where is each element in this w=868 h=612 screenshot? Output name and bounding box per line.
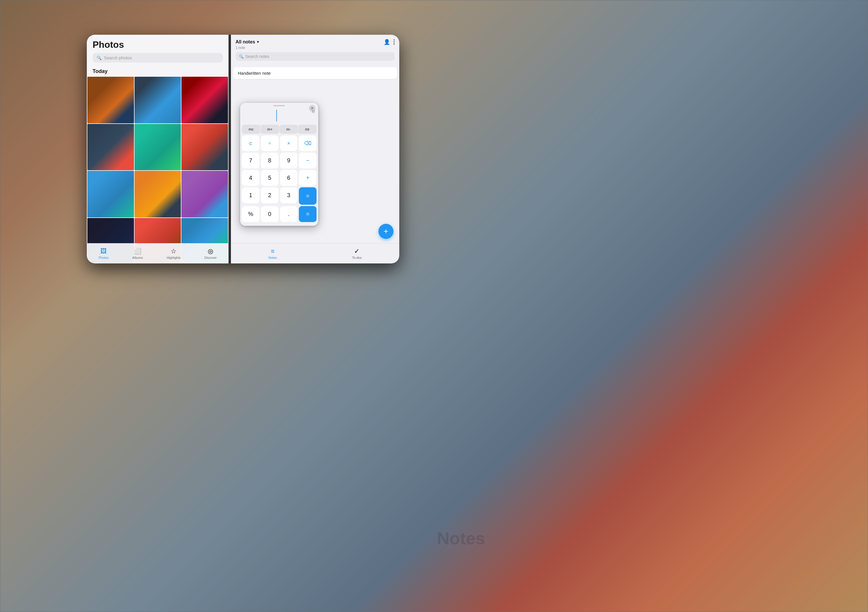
minus-button[interactable]: − [299,152,316,168]
photo-cell[interactable] [87,77,134,123]
calc-row-5: % 0 . = [242,206,316,222]
equals-button[interactable]: = [299,187,316,205]
discover-nav-icon: ◎ [208,247,213,255]
nav-item-notes[interactable]: ≡ Notes [266,246,279,261]
note-list-item[interactable]: Handwritten note [233,67,397,79]
digit-0-button[interactable]: 0 [261,206,279,222]
digit-3-button[interactable]: 3 [280,187,298,203]
notes-watermark: Notes [437,528,485,548]
photo-cell[interactable] [87,124,134,171]
calc-row-3: 4 5 6 + [242,170,316,186]
dot2 [394,41,395,43]
nav-label-highlights: Highlights [167,256,181,259]
photos-panel: Photos 🔍 Search photos Today 🖼 [87,35,229,263]
digit-4-button[interactable]: 4 [242,170,260,186]
notes-title-row: All notes ▼ 👤 [236,39,395,45]
cursor-line [276,110,277,121]
memory-minus-button[interactable]: m- [279,125,298,134]
photo-cell[interactable] [87,171,134,217]
notes-header: All notes ▼ 👤 1 note 🔍 Search notes [231,35,399,66]
percent-button[interactable]: % [242,206,260,222]
plus-operator-button[interactable]: + [299,170,316,186]
digit-2-button[interactable]: 2 [261,187,279,203]
drag-handle[interactable] [273,105,285,106]
calc-row-2: 7 8 9 − [242,152,316,168]
plus-icon: + [384,227,388,236]
nav-label-albums: Albums [132,256,143,259]
nav-label-todos: To-dos [352,256,362,259]
today-label: Today [87,67,229,77]
nav-item-albums[interactable]: ⬜ Albums [130,246,145,261]
memory-row: mc m+ m- mr [240,125,318,134]
photos-search-placeholder: Search photos [104,55,132,60]
memory-recall-button[interactable]: mr [298,125,316,134]
note-title: Handwritten note [238,71,392,76]
digit-5-button[interactable]: 5 [261,170,279,186]
calculator-popup: ✕ M mc m+ m- mr c ÷ × ⌫ 7 8 9 − [240,103,318,226]
digit-1-button[interactable]: 1 [242,187,260,203]
highlights-nav-icon: ☆ [171,247,177,255]
search-icon: 🔍 [239,54,243,59]
notes-title: All notes [236,39,255,45]
photos-bottom-nav: 🖼 Photos ⬜ Albums ☆ Highlights ◎ Discove… [87,243,229,263]
backspace-button[interactable]: ⌫ [299,135,316,151]
photos-header: Photos 🔍 Search photos [87,35,229,67]
notes-actions: 👤 [384,39,395,45]
more-menu-icon[interactable] [394,39,395,45]
divide-button[interactable]: ÷ [261,135,279,151]
nav-item-discover[interactable]: ◎ Discover [202,246,219,261]
nav-label-discover: Discover [204,256,217,259]
photo-cell[interactable] [181,124,228,171]
calculator-display: M [240,107,318,125]
digit-7-button[interactable]: 7 [242,152,260,168]
photo-cell[interactable] [181,77,228,123]
calc-row-4: 1 2 3 = [242,187,316,205]
digit-6-button[interactable]: 6 [280,170,298,186]
nav-item-todos[interactable]: ✓ To-dos [350,246,364,261]
notes-nav-icon: ≡ [271,247,274,255]
multiply-button[interactable]: × [280,135,298,151]
notes-search-placeholder: Search notes [245,54,270,59]
photos-nav-icon: 🖼 [101,247,107,255]
digit-8-button[interactable]: 8 [261,152,279,168]
notes-bottom-nav: ≡ Notes ✓ To-dos [231,243,399,263]
calculator-keypad: c ÷ × ⌫ 7 8 9 − 4 5 6 + 1 2 3 = % 0 [240,135,318,226]
dot1 [394,39,395,40]
memory-indicator: M [312,110,315,114]
nav-label-notes: Notes [268,256,277,259]
person-icon[interactable]: 👤 [384,39,390,45]
nav-item-highlights[interactable]: ☆ Highlights [164,246,183,261]
memory-plus-button[interactable]: m+ [261,125,279,134]
dot3 [394,43,395,45]
albums-nav-icon: ⬜ [134,247,141,255]
photo-cell[interactable] [135,124,181,171]
photos-search-bar[interactable]: 🔍 Search photos [93,53,223,62]
nav-label-photos: Photos [99,256,108,259]
calc-row-1: c ÷ × ⌫ [242,135,316,151]
photo-cell[interactable] [181,171,228,217]
notes-dropdown-arrow[interactable]: ▼ [256,40,260,44]
nav-item-photos[interactable]: 🖼 Photos [96,246,111,261]
memory-clear-button[interactable]: mc [242,125,260,134]
photo-grid [87,77,229,263]
equals-button-2[interactable]: = [299,206,316,222]
todos-nav-icon: ✓ [354,247,360,255]
search-icon: 🔍 [97,56,102,60]
notes-count: 1 note [236,46,395,50]
add-note-fab[interactable]: + [378,224,394,239]
digit-9-button[interactable]: 9 [280,152,298,168]
clear-button[interactable]: c [242,135,260,151]
photo-cell[interactable] [135,77,181,123]
fold-divider [229,35,231,263]
photos-title: Photos [93,39,223,50]
decimal-button[interactable]: . [280,206,298,222]
notes-search-bar[interactable]: 🔍 Search notes [236,52,395,61]
notes-title-group: All notes ▼ [236,39,260,45]
photo-cell[interactable] [135,171,181,217]
